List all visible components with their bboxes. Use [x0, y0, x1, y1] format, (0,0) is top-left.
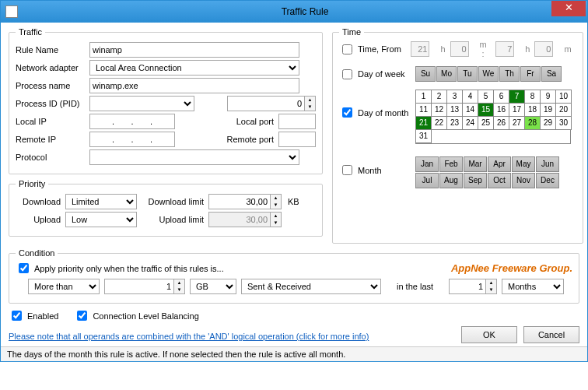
month-checkbox[interactable]	[342, 165, 352, 175]
dom-cell-6[interactable]: 6	[493, 90, 509, 104]
dom-cell-8[interactable]: 8	[524, 90, 541, 104]
pid-select[interactable]	[89, 96, 194, 111]
spin-up-icon[interactable]: ▲	[174, 279, 184, 286]
in-last-input[interactable]	[449, 279, 486, 294]
pid-num-input[interactable]	[227, 96, 305, 111]
balancing-checkbox[interactable]	[77, 311, 87, 321]
time-from-check[interactable]: Time, From	[339, 42, 411, 57]
pid-spinner[interactable]: ▲▼	[227, 96, 316, 111]
month-cell-nov[interactable]: Nov	[512, 173, 535, 188]
spin-down-icon[interactable]: ▼	[486, 286, 496, 293]
ok-button[interactable]: OK	[461, 326, 517, 343]
dom-cell-5[interactable]: 5	[478, 90, 494, 104]
dom-cell-20[interactable]: 20	[555, 103, 572, 117]
dom-cell-15[interactable]: 15	[478, 103, 494, 117]
protocol-select[interactable]	[89, 149, 299, 165]
month-check[interactable]: Month	[339, 163, 415, 177]
cond-amount-spinner[interactable]: ▲▼	[104, 279, 185, 294]
dom-cell-11[interactable]: 11	[415, 103, 432, 117]
dom-cell-7[interactable]: 7	[509, 90, 525, 104]
spin-down-icon[interactable]: ▼	[174, 286, 184, 293]
dom-cell-1[interactable]: 1	[415, 90, 432, 104]
dow-checkbox[interactable]	[342, 69, 352, 79]
dom-cell-18[interactable]: 18	[524, 103, 541, 117]
month-cell-may[interactable]: May	[512, 156, 535, 172]
dom-cell-29[interactable]: 29	[540, 116, 556, 130]
enabled-check[interactable]: Enabled	[9, 308, 58, 323]
dom-cell-24[interactable]: 24	[462, 116, 478, 130]
dom-cell-10[interactable]: 10	[555, 90, 572, 104]
local-ip-input[interactable]	[89, 114, 175, 129]
download-select[interactable]: Limited	[65, 194, 137, 209]
dl-limit-input[interactable]	[208, 194, 271, 209]
note-link[interactable]: Please note that all operands are combin…	[9, 332, 369, 341]
dom-checkbox[interactable]	[342, 107, 352, 118]
balancing-check[interactable]: Connection Level Balancing	[74, 308, 198, 323]
dow-check[interactable]: Day of week	[339, 67, 415, 82]
dow-cell-fr[interactable]: Fr	[520, 66, 541, 82]
dow-cell-su[interactable]: Su	[415, 66, 436, 82]
cond-unit-select[interactable]: GB	[190, 279, 236, 294]
dom-cell-27[interactable]: 27	[509, 116, 525, 130]
month-cell-oct[interactable]: Oct	[488, 173, 511, 188]
month-cell-dec[interactable]: Dec	[536, 173, 559, 188]
spin-up-icon[interactable]: ▲	[305, 97, 315, 104]
spin-up-icon[interactable]: ▲	[271, 195, 281, 202]
month-cell-mar[interactable]: Mar	[464, 156, 487, 172]
dom-cell-4[interactable]: 4	[462, 90, 478, 104]
upload-select[interactable]: Low	[65, 212, 137, 227]
spin-up-icon[interactable]: ▲	[486, 279, 496, 286]
cancel-button[interactable]: Cancel	[523, 326, 579, 343]
dom-cell-26[interactable]: 26	[493, 116, 509, 130]
dom-cell-22[interactable]: 22	[431, 116, 447, 130]
remote-port-input[interactable]	[278, 132, 316, 147]
rule-name-input[interactable]	[89, 42, 299, 58]
dom-cell-17[interactable]: 17	[509, 103, 525, 117]
dom-cell-2[interactable]: 2	[431, 90, 447, 104]
dow-cell-th[interactable]: Th	[499, 66, 520, 82]
spin-down-icon[interactable]: ▼	[271, 202, 281, 209]
cond-amount-input[interactable]	[104, 279, 174, 294]
dom-cell-16[interactable]: 16	[493, 103, 509, 117]
dow-cell-tu[interactable]: Tu	[457, 66, 478, 82]
month-cell-feb[interactable]: Feb	[439, 156, 463, 172]
dom-cell-13[interactable]: 13	[446, 103, 463, 117]
dom-check[interactable]: Day of month	[339, 105, 415, 120]
dow-cell-we[interactable]: We	[478, 66, 499, 82]
month-cell-jan[interactable]: Jan	[415, 156, 439, 172]
dom-cell-23[interactable]: 23	[446, 116, 463, 130]
dom-cell-3[interactable]: 3	[446, 90, 463, 104]
in-last-spinner[interactable]: ▲▼	[449, 279, 497, 294]
titlebar[interactable]: Traffic Rule ✕	[1, 1, 587, 23]
dom-cell-28[interactable]: 28	[524, 116, 541, 130]
apply-checkbox[interactable]	[19, 263, 29, 273]
dom-cell-14[interactable]: 14	[462, 103, 478, 117]
in-last-unit-select[interactable]: Months	[502, 279, 564, 294]
month-cell-jun[interactable]: Jun	[536, 156, 559, 172]
dl-limit-spinner[interactable]: ▲▼	[208, 194, 282, 209]
dom-cell-31[interactable]: 31	[415, 129, 432, 143]
time-from-checkbox[interactable]	[342, 44, 352, 54]
enabled-checkbox[interactable]	[12, 311, 22, 321]
adapter-select[interactable]: Local Area Connection	[89, 60, 299, 76]
dom-cell-12[interactable]: 12	[431, 103, 447, 117]
dom-cell-19[interactable]: 19	[540, 103, 556, 117]
dom-cell-9[interactable]: 9	[540, 90, 556, 104]
spin-down-icon[interactable]: ▼	[305, 104, 315, 111]
dow-cell-sa[interactable]: Sa	[541, 66, 562, 82]
dow-cell-mo[interactable]: Mo	[436, 66, 457, 82]
local-port-input[interactable]	[278, 114, 316, 129]
dom-cell-25[interactable]: 25	[478, 116, 494, 130]
month-cell-aug[interactable]: Aug	[439, 173, 463, 188]
month-cell-apr[interactable]: Apr	[488, 156, 511, 172]
dom-cell-30[interactable]: 30	[555, 116, 572, 130]
remote-ip-input[interactable]	[89, 132, 175, 147]
close-button[interactable]: ✕	[551, 1, 586, 16]
month-cell-jul[interactable]: Jul	[415, 173, 439, 188]
cond-direction-select[interactable]: Sent & Received	[241, 279, 381, 294]
apply-check[interactable]: Apply priority only when the traffic of …	[16, 261, 224, 276]
cond-op-select[interactable]: More than	[28, 279, 100, 294]
month-cell-sep[interactable]: Sep	[464, 173, 487, 188]
process-input[interactable]	[89, 78, 299, 93]
dom-cell-21[interactable]: 21	[415, 116, 432, 130]
